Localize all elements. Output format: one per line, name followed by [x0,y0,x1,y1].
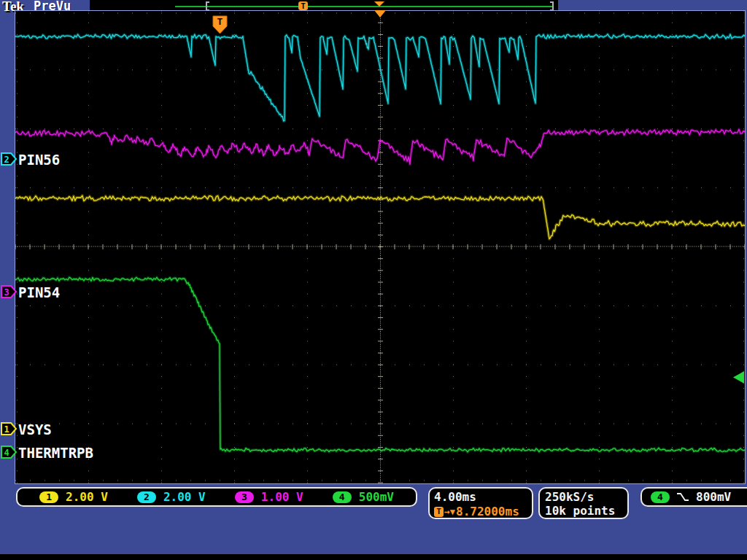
top-status-bar: Tek PreVu T [0,0,747,10]
trigger-flag-label: T [217,16,223,27]
channel2-label: PIN56 [18,152,60,168]
trigger-position-flag-icon[interactable]: T [212,15,228,35]
trigger-source-badge: 4 [651,491,670,503]
trigger-level-value: 800mV [696,490,731,504]
trigger-level-arrow-icon[interactable] [732,370,745,384]
falling-edge-icon [676,492,689,502]
record-view-bar[interactable]: T [90,0,558,10]
ch1-scale: 2.00 V [66,490,108,504]
ch3-scale: 1.00 V [261,490,303,504]
channel2-number: 2 [4,155,9,165]
bottom-edge [0,554,747,560]
acquisition-readout[interactable]: 250kS/s 10k points [538,487,629,519]
timebase-value: 4.00ms [434,490,527,505]
channel3-label: PIN54 [18,284,60,300]
channel1-label: VSYS [18,421,52,438]
channel3-position-marker[interactable]: 3 [1,285,18,298]
trigger-delay-row: T→▼8.72000ms [434,505,527,519]
waveform-display [15,11,745,483]
arrow-right-icon: → [444,505,450,519]
ch4-scale: 500mV [359,490,394,504]
ch3-readout[interactable]: 3 1.00 V [235,490,303,504]
timebase-readout[interactable]: 4.00ms T→▼8.72000ms [428,487,533,519]
trigger-flag-mini-icon: T [434,507,444,517]
record-view-graphic: T [90,1,558,11]
ch3-badge: 3 [235,491,254,503]
down-triangle-icon: ▼ [450,505,455,519]
ch4-readout[interactable]: 4 500mV [333,490,394,504]
ch4-badge: 4 [333,491,352,503]
channel1-number: 1 [4,424,9,435]
channel2-position-marker[interactable]: 2 [1,152,18,166]
channel4-label: THERMTRPB [18,445,93,461]
trigger-delay-value: 8.72000ms [456,505,519,519]
channel3-number: 3 [4,287,9,298]
record-length: 10k points [545,504,622,518]
channel4-position-marker[interactable]: 4 [1,446,18,459]
channel-scales-readout[interactable]: 1 2.00 V 2 2.00 V 3 1.00 V 4 500mV [16,487,417,507]
expansion-point-mini-icon [374,1,384,7]
ch1-badge: 1 [39,491,58,503]
ch1-readout[interactable]: 1 2.00 V [39,490,108,504]
ch2-readout[interactable]: 2 2.00 V [137,490,206,504]
ch2-badge: 2 [137,491,156,503]
expansion-point-icon [374,10,387,18]
trigger-readout[interactable]: 4 800mV [640,487,747,507]
grid-center-axes [15,11,745,483]
sample-rate: 250kS/s [545,490,622,504]
ch2-scale: 2.00 V [163,490,206,504]
channel4-number: 4 [4,448,9,458]
channel1-position-marker[interactable]: 1 [1,422,18,435]
